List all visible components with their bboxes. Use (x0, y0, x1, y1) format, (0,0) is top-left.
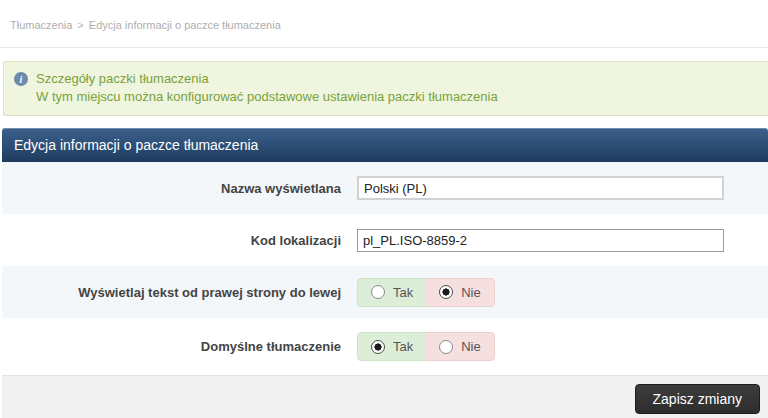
info-box: i Szczegóły paczki tłumaczenia W tym mie… (3, 61, 768, 116)
display-name-input[interactable] (357, 176, 724, 200)
rtl-radio-group: Tak Nie (357, 278, 495, 307)
breadcrumb: Tłumaczenia>Edycja informacji o paczce t… (10, 19, 281, 31)
breadcrumb-bar: Tłumaczenia>Edycja informacji o paczce t… (0, 0, 768, 48)
rtl-label: Wyświetlaj tekst od prawej strony do lew… (2, 285, 357, 300)
rtl-radio-no[interactable] (439, 285, 453, 299)
breadcrumb-item-translations[interactable]: Tłumaczenia (10, 19, 72, 31)
info-box-text: Szczegóły paczki tłumaczenia W tym miejs… (36, 70, 498, 106)
panel-title: Edycja informacji o paczce tłumaczenia (2, 128, 768, 162)
form-row-locale-code: Kod lokalizacji (2, 214, 768, 266)
form-row-display-name: Nazwa wyświetlana (2, 162, 768, 214)
info-icon: i (14, 72, 28, 86)
default-option-yes[interactable]: Tak (357, 332, 426, 361)
default-radio-no[interactable] (439, 340, 453, 354)
rtl-option-yes-label: Tak (393, 285, 413, 300)
info-box-title: Szczegóły paczki tłumaczenia (36, 70, 498, 88)
display-name-label: Nazwa wyświetlana (2, 181, 357, 196)
default-option-no-label: Nie (461, 339, 481, 354)
rtl-option-yes[interactable]: Tak (357, 278, 426, 307)
locale-code-label: Kod lokalizacji (2, 233, 357, 248)
locale-code-input[interactable] (357, 229, 724, 252)
save-button[interactable]: Zapisz zmiany (635, 384, 760, 414)
default-translation-radio-group: Tak Nie (357, 332, 495, 361)
info-box-description: W tym miejscu można konfigurować podstaw… (36, 88, 498, 106)
form-row-default-translation: Domyślne tłumaczenie Tak Nie (2, 318, 768, 375)
edit-panel: Edycja informacji o paczce tłumaczenia N… (2, 128, 768, 418)
breadcrumb-separator: > (77, 19, 83, 31)
default-option-yes-label: Tak (393, 339, 413, 354)
rtl-option-no[interactable]: Nie (426, 278, 495, 307)
form-row-rtl: Wyświetlaj tekst od prawej strony do lew… (2, 266, 768, 318)
default-translation-label: Domyślne tłumaczenie (2, 339, 357, 354)
default-option-no[interactable]: Nie (426, 332, 495, 361)
rtl-option-no-label: Nie (461, 285, 481, 300)
default-radio-yes[interactable] (371, 340, 385, 354)
rtl-radio-yes[interactable] (371, 285, 385, 299)
panel-footer: Zapisz zmiany (2, 375, 768, 418)
breadcrumb-item-current: Edycja informacji o paczce tłumaczenia (89, 19, 281, 31)
